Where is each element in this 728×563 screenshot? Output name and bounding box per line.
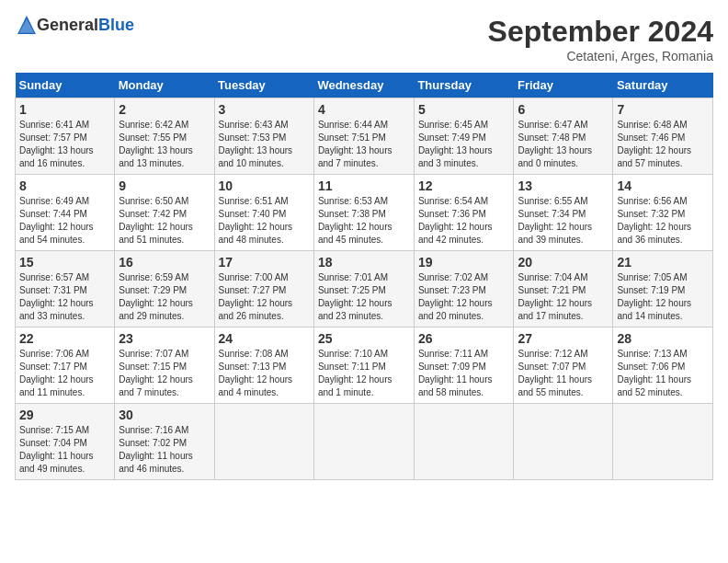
day-number: 17: [219, 255, 310, 270]
logo-blue: Blue: [98, 16, 134, 34]
day-cell: 3Sunrise: 6:43 AMSunset: 7:53 PMDaylight…: [214, 98, 313, 175]
day-number: 4: [318, 102, 410, 117]
day-cell: 28Sunrise: 7:13 AMSunset: 7:06 PMDayligh…: [613, 327, 713, 404]
day-cell: 23Sunrise: 7:07 AMSunset: 7:15 PMDayligh…: [115, 327, 214, 404]
day-detail: Sunrise: 6:43 AMSunset: 7:53 PMDaylight:…: [219, 120, 293, 168]
day-detail: Sunrise: 6:59 AMSunset: 7:29 PMDaylight:…: [119, 272, 193, 321]
day-number: 26: [418, 331, 510, 346]
day-number: 30: [119, 408, 210, 422]
day-detail: Sunrise: 6:47 AMSunset: 7:48 PMDaylight:…: [518, 120, 592, 168]
day-cell: 14Sunrise: 6:56 AMSunset: 7:32 PMDayligh…: [613, 175, 713, 251]
week-row-3: 15Sunrise: 6:57 AMSunset: 7:31 PMDayligh…: [16, 251, 713, 327]
day-cell: 9Sunrise: 6:50 AMSunset: 7:42 PMDaylight…: [115, 175, 214, 251]
day-cell: [414, 404, 514, 480]
day-cell: [313, 404, 414, 480]
day-number: 7: [617, 102, 709, 117]
col-header-wednesday: Wednesday: [313, 73, 414, 98]
title-block: September 2024 Cetateni, Arges, Romania: [488, 15, 713, 63]
page-header: GeneralBlue September 2024 Cetateni, Arg…: [15, 15, 713, 63]
day-cell: 29Sunrise: 7:15 AMSunset: 7:04 PMDayligh…: [16, 404, 115, 480]
week-row-2: 8Sunrise: 6:49 AMSunset: 7:44 PMDaylight…: [16, 175, 713, 251]
day-cell: 4Sunrise: 6:44 AMSunset: 7:51 PMDaylight…: [313, 98, 414, 175]
day-cell: 6Sunrise: 6:47 AMSunset: 7:48 PMDaylight…: [514, 98, 613, 175]
day-detail: Sunrise: 7:11 AMSunset: 7:09 PMDaylight:…: [418, 349, 493, 397]
calendar-table: SundayMondayTuesdayWednesdayThursdayFrid…: [15, 73, 713, 480]
day-detail: Sunrise: 7:06 AMSunset: 7:17 PMDaylight:…: [19, 349, 94, 397]
day-detail: Sunrise: 6:42 AMSunset: 7:55 PMDaylight:…: [119, 120, 193, 168]
day-detail: Sunrise: 6:57 AMSunset: 7:31 PMDaylight:…: [19, 272, 94, 321]
day-detail: Sunrise: 6:50 AMSunset: 7:42 PMDaylight:…: [119, 196, 193, 245]
day-detail: Sunrise: 7:16 AMSunset: 7:02 PMDaylight:…: [119, 425, 193, 474]
day-number: 2: [119, 102, 210, 117]
day-number: 25: [318, 331, 410, 346]
logo: GeneralBlue: [15, 15, 134, 35]
week-row-4: 22Sunrise: 7:06 AMSunset: 7:17 PMDayligh…: [16, 327, 713, 404]
day-cell: 30Sunrise: 7:16 AMSunset: 7:02 PMDayligh…: [115, 404, 214, 480]
day-cell: 25Sunrise: 7:10 AMSunset: 7:11 PMDayligh…: [313, 327, 414, 404]
day-number: 1: [19, 102, 110, 117]
svg-marker-1: [19, 18, 35, 32]
day-number: 13: [518, 178, 609, 193]
day-number: 21: [617, 255, 709, 270]
day-cell: 12Sunrise: 6:54 AMSunset: 7:36 PMDayligh…: [414, 175, 514, 251]
day-cell: 20Sunrise: 7:04 AMSunset: 7:21 PMDayligh…: [514, 251, 613, 327]
day-detail: Sunrise: 7:07 AMSunset: 7:15 PMDaylight:…: [119, 349, 193, 397]
col-header-monday: Monday: [115, 73, 214, 98]
day-number: 10: [219, 178, 310, 193]
day-detail: Sunrise: 7:13 AMSunset: 7:06 PMDaylight:…: [617, 349, 691, 397]
day-number: 20: [518, 255, 609, 270]
logo-general: General: [37, 16, 98, 34]
day-detail: Sunrise: 6:55 AMSunset: 7:34 PMDaylight:…: [518, 196, 592, 245]
day-cell: 2Sunrise: 6:42 AMSunset: 7:55 PMDaylight…: [115, 98, 214, 175]
day-detail: Sunrise: 7:10 AMSunset: 7:11 PMDaylight:…: [318, 349, 392, 397]
day-number: 27: [518, 331, 609, 346]
week-row-5: 29Sunrise: 7:15 AMSunset: 7:04 PMDayligh…: [16, 404, 713, 480]
day-number: 23: [119, 331, 210, 346]
day-number: 15: [19, 255, 110, 270]
col-header-tuesday: Tuesday: [214, 73, 313, 98]
col-header-saturday: Saturday: [613, 73, 713, 98]
day-detail: Sunrise: 7:15 AMSunset: 7:04 PMDaylight:…: [19, 425, 94, 474]
day-cell: 21Sunrise: 7:05 AMSunset: 7:19 PMDayligh…: [613, 251, 713, 327]
day-detail: Sunrise: 6:44 AMSunset: 7:51 PMDaylight:…: [318, 120, 392, 168]
day-cell: 8Sunrise: 6:49 AMSunset: 7:44 PMDaylight…: [16, 175, 115, 251]
day-number: 22: [19, 331, 110, 346]
day-cell: 22Sunrise: 7:06 AMSunset: 7:17 PMDayligh…: [16, 327, 115, 404]
day-number: 19: [418, 255, 510, 270]
month-title: September 2024: [488, 15, 713, 49]
day-number: 5: [418, 102, 510, 117]
day-number: 29: [19, 408, 110, 422]
day-cell: 18Sunrise: 7:01 AMSunset: 7:25 PMDayligh…: [313, 251, 414, 327]
day-detail: Sunrise: 6:56 AMSunset: 7:32 PMDaylight:…: [617, 196, 691, 245]
day-detail: Sunrise: 6:48 AMSunset: 7:46 PMDaylight:…: [617, 120, 691, 168]
day-number: 6: [518, 102, 609, 117]
day-cell: [613, 404, 713, 480]
day-cell: 1Sunrise: 6:41 AMSunset: 7:57 PMDaylight…: [16, 98, 115, 175]
day-cell: [514, 404, 613, 480]
location-subtitle: Cetateni, Arges, Romania: [488, 49, 713, 63]
day-cell: 19Sunrise: 7:02 AMSunset: 7:23 PMDayligh…: [414, 251, 514, 327]
day-number: 8: [19, 178, 110, 193]
week-row-1: 1Sunrise: 6:41 AMSunset: 7:57 PMDaylight…: [16, 98, 713, 175]
day-cell: 13Sunrise: 6:55 AMSunset: 7:34 PMDayligh…: [514, 175, 613, 251]
day-cell: 15Sunrise: 6:57 AMSunset: 7:31 PMDayligh…: [16, 251, 115, 327]
day-number: 18: [318, 255, 410, 270]
day-cell: 11Sunrise: 6:53 AMSunset: 7:38 PMDayligh…: [313, 175, 414, 251]
day-detail: Sunrise: 7:05 AMSunset: 7:19 PMDaylight:…: [617, 272, 691, 321]
day-detail: Sunrise: 6:45 AMSunset: 7:49 PMDaylight:…: [418, 120, 493, 168]
day-detail: Sunrise: 7:02 AMSunset: 7:23 PMDaylight:…: [418, 272, 493, 321]
day-detail: Sunrise: 6:51 AMSunset: 7:40 PMDaylight:…: [219, 196, 293, 245]
day-number: 28: [617, 331, 709, 346]
day-number: 14: [617, 178, 709, 193]
col-header-sunday: Sunday: [16, 73, 115, 98]
day-detail: Sunrise: 7:01 AMSunset: 7:25 PMDaylight:…: [318, 272, 392, 321]
day-number: 24: [219, 331, 310, 346]
day-number: 16: [119, 255, 210, 270]
day-cell: 10Sunrise: 6:51 AMSunset: 7:40 PMDayligh…: [214, 175, 313, 251]
day-detail: Sunrise: 6:49 AMSunset: 7:44 PMDaylight:…: [19, 196, 94, 245]
header-row: SundayMondayTuesdayWednesdayThursdayFrid…: [16, 73, 713, 98]
day-detail: Sunrise: 7:00 AMSunset: 7:27 PMDaylight:…: [219, 272, 293, 321]
day-cell: 7Sunrise: 6:48 AMSunset: 7:46 PMDaylight…: [613, 98, 713, 175]
col-header-friday: Friday: [514, 73, 613, 98]
day-detail: Sunrise: 6:41 AMSunset: 7:57 PMDaylight:…: [19, 120, 94, 168]
